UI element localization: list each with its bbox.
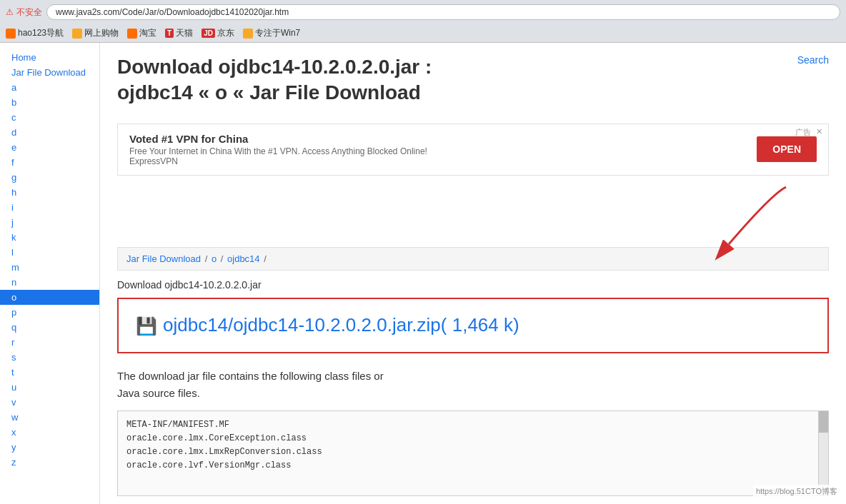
address-bar-row: ⚠ 不安全 www.java2s.com/Code/Jar/o/Download… (6, 4, 840, 20)
bookmark-tianmao[interactable]: T 天猫 (165, 27, 193, 39)
page-wrapper: Home Jar File Download a b c d e f g h i… (0, 43, 846, 504)
sidebar-letter-p[interactable]: p (0, 305, 99, 320)
bookmark-icon-taobao (127, 29, 137, 39)
page-title-area: Download ojdbc14-10.2.0.2.0.jar :ojdbc14… (117, 54, 432, 118)
page-title: Download ojdbc14-10.2.0.2.0.jar :ojdbc14… (117, 54, 432, 106)
top-bar: Download ojdbc14-10.2.0.2.0.jar :ojdbc14… (117, 54, 829, 118)
sidebar-letter-u[interactable]: u (0, 380, 99, 395)
sidebar-letter-r[interactable]: r (0, 335, 99, 350)
bookmark-win7[interactable]: 专注于Win7 (243, 27, 300, 39)
breadcrumb-sep1: / (205, 253, 208, 264)
bookmark-label-taobao: 淘宝 (139, 27, 156, 39)
sidebar-letter-w[interactable]: w (0, 410, 99, 425)
security-indicator: ⚠ 不安全 (6, 6, 42, 19)
ad-open-button[interactable]: OPEN (757, 136, 817, 162)
bookmark-label-jd: 京东 (217, 27, 234, 39)
sidebar-letter-f[interactable]: f (0, 155, 99, 170)
bookmark-label-win7: 专注于Win7 (255, 27, 300, 39)
download-link[interactable]: 💾 ojdbc14/ojdbc14-10.2.0.2.0.jar.zip( 1,… (136, 313, 810, 338)
red-arrow (657, 180, 800, 266)
sidebar-jar-file-download[interactable]: Jar File Download (0, 65, 99, 80)
sidebar-letter-y[interactable]: y (0, 440, 99, 455)
sidebar-letter-n[interactable]: n (0, 275, 99, 290)
sidebar-letter-q[interactable]: q (0, 320, 99, 335)
browser-chrome: ⚠ 不安全 www.java2s.com/Code/Jar/o/Download… (0, 0, 846, 43)
bookmarks-bar: hao123导航 网上购物 淘宝 T 天猫 JD 京东 专注于Win7 (6, 24, 840, 42)
breadcrumb-sep2: / (221, 253, 224, 264)
sidebar-letter-x[interactable]: x (0, 425, 99, 440)
sidebar-letter-j[interactable]: j (0, 215, 99, 230)
ad-text: Voted #1 VPN for China Free Your Interne… (129, 133, 427, 166)
code-line-4: oracle.core.lvf.VersionMgr.class (126, 459, 820, 473)
bookmark-icon-shop (72, 29, 82, 39)
ad-close-icon[interactable]: ✕ (816, 127, 822, 136)
sidebar-letter-m[interactable]: m (0, 260, 99, 275)
code-line-1: META-INF/MANIFEST.MF (126, 418, 820, 432)
warning-icon: ⚠ (6, 7, 14, 17)
sidebar: Home Jar File Download a b c d e f g h i… (0, 43, 100, 504)
sidebar-letter-e[interactable]: e (0, 140, 99, 155)
ad-label: 广告 (795, 127, 811, 138)
description-text: The download jar file contains the follo… (117, 368, 829, 402)
sidebar-letter-c[interactable]: c (0, 110, 99, 125)
address-bar[interactable]: www.java2s.com/Code/Jar/o/Downloadojdbc1… (46, 4, 840, 20)
search-link[interactable]: Search (797, 54, 829, 66)
breadcrumb-jar[interactable]: Jar File Download (126, 253, 201, 264)
bookmark-hao123[interactable]: hao123导航 (6, 27, 64, 39)
breadcrumb-sep3: / (264, 253, 267, 264)
bookmark-taobao[interactable]: 淘宝 (127, 27, 156, 39)
bookmark-jd[interactable]: JD 京东 (201, 27, 234, 39)
arrow-area (117, 187, 829, 244)
download-box: 💾 ojdbc14/ojdbc14-10.2.0.2.0.jar.zip( 1,… (117, 298, 829, 353)
ad-banner: 广告 ✕ Voted #1 VPN for China Free Your In… (117, 124, 829, 176)
main-content: Download ojdbc14-10.2.0.2.0.jar :ojdbc14… (100, 43, 846, 504)
sidebar-letter-s[interactable]: s (0, 350, 99, 365)
code-line-3: oracle.core.lmx.LmxRepConversion.class (126, 445, 820, 459)
sidebar-letter-l[interactable]: l (0, 245, 99, 260)
code-scrollbar[interactable] (818, 411, 828, 495)
floppy-disk-icon: 💾 (136, 315, 157, 337)
sidebar-letter-b[interactable]: b (0, 95, 99, 110)
watermark: https://blog.51CTO博客 (753, 485, 840, 498)
bookmark-icon-hao123 (6, 29, 16, 39)
ad-title: Voted #1 VPN for China (129, 133, 427, 145)
bookmark-shop[interactable]: 网上购物 (72, 27, 119, 39)
bookmark-label-tianmao: 天猫 (176, 27, 193, 39)
sidebar-letter-t[interactable]: t (0, 365, 99, 380)
bookmark-label-shop: 网上购物 (84, 27, 119, 39)
sidebar-letter-g[interactable]: g (0, 170, 99, 185)
download-file-label: Download ojdbc14-10.2.0.2.0.jar (117, 279, 829, 291)
breadcrumb-ojdbc14[interactable]: ojdbc14 (227, 253, 260, 264)
security-text: 不安全 (16, 6, 42, 19)
bookmark-label-hao123: hao123导航 (18, 27, 64, 39)
ad-subtitle: Free Your Internet in China With the #1 … (129, 146, 427, 156)
bookmark-icon-tianmao: T (165, 29, 174, 38)
sidebar-letter-i[interactable]: i (0, 200, 99, 215)
sidebar-home[interactable]: Home (0, 50, 99, 65)
sidebar-letter-o[interactable]: o (0, 290, 99, 305)
sidebar-letter-z[interactable]: z (0, 455, 99, 470)
sidebar-letter-h[interactable]: h (0, 185, 99, 200)
sidebar-letter-v[interactable]: v (0, 395, 99, 410)
code-line-2: oracle.core.lmx.CoreException.class (126, 432, 820, 445)
sidebar-letter-a[interactable]: a (0, 80, 99, 95)
bookmark-icon-win7 (243, 29, 253, 39)
code-scrollbar-thumb[interactable] (819, 411, 828, 433)
ad-brand: ExpressVPN (129, 156, 427, 166)
download-link-text: ojdbc14/ojdbc14-10.2.0.2.0.jar.zip( 1,46… (163, 313, 519, 338)
code-box[interactable]: META-INF/MANIFEST.MF oracle.core.lmx.Cor… (117, 410, 829, 496)
bookmark-icon-jd: JD (201, 29, 215, 38)
breadcrumb-o[interactable]: o (211, 253, 217, 264)
sidebar-letter-k[interactable]: k (0, 230, 99, 245)
sidebar-letter-d[interactable]: d (0, 125, 99, 140)
